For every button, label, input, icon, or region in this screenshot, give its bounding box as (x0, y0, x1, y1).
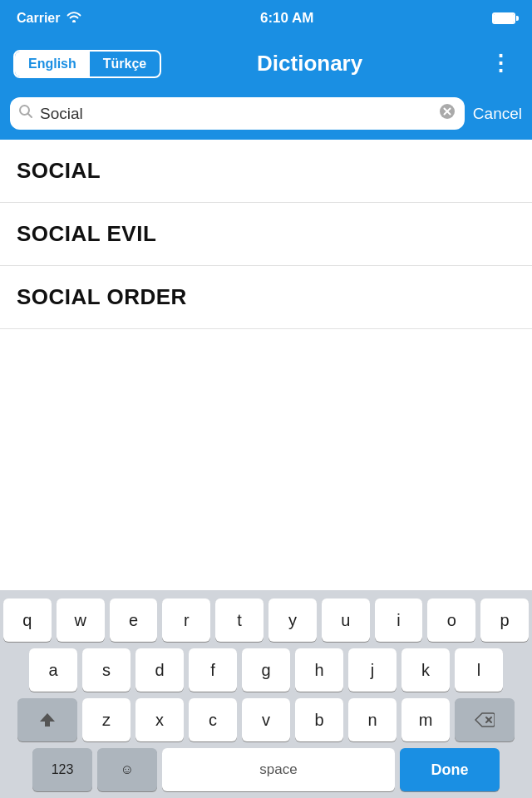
key-y[interactable]: y (268, 598, 317, 642)
key-e[interactable]: e (110, 598, 158, 642)
svg-line-1 (28, 114, 32, 118)
key-h[interactable]: h (295, 648, 343, 692)
backspace-key[interactable] (455, 698, 515, 741)
status-bar: Carrier 6:10 AM (0, 0, 532, 37)
key-p[interactable]: p (480, 598, 529, 642)
key-u[interactable]: u (322, 598, 370, 642)
key-d[interactable]: d (135, 648, 184, 692)
carrier-label: Carrier (17, 11, 60, 26)
search-input-wrap (10, 97, 465, 130)
key-l[interactable]: l (455, 648, 503, 692)
search-icon (18, 104, 33, 123)
lang-english-button[interactable]: English (15, 52, 90, 76)
result-item[interactable]: SOCIAL (0, 140, 532, 203)
done-key[interactable]: Done (400, 748, 500, 791)
key-b[interactable]: b (295, 698, 343, 741)
search-input[interactable] (40, 105, 431, 123)
key-t[interactable]: t (215, 598, 264, 642)
result-item[interactable]: SOCIAL ORDER (0, 266, 532, 329)
cancel-button[interactable]: Cancel (473, 105, 522, 123)
key-f[interactable]: f (189, 648, 237, 692)
more-button[interactable]: ⋮ (483, 47, 519, 80)
keyboard-row-2: a s d f g h j k l (3, 648, 529, 692)
result-item[interactable]: SOCIAL EVIL (0, 203, 532, 266)
key-a[interactable]: a (29, 648, 77, 692)
key-i[interactable]: i (375, 598, 423, 642)
key-v[interactable]: v (242, 698, 290, 741)
nav-title: Dictionary (146, 51, 473, 76)
num-key[interactable]: 123 (32, 748, 92, 791)
key-g[interactable]: g (242, 648, 290, 692)
keyboard: q w e r t y u i o p a s d f g h j k l z … (0, 590, 532, 798)
nav-bar: English Türkçe Dictionary ⋮ (0, 37, 532, 91)
battery-area (492, 12, 515, 24)
key-s[interactable]: s (82, 648, 131, 692)
key-j[interactable]: j (348, 648, 397, 692)
space-key[interactable]: space (162, 748, 395, 791)
search-bar: Cancel (0, 91, 532, 140)
key-o[interactable]: o (427, 598, 475, 642)
key-k[interactable]: k (401, 648, 450, 692)
key-w[interactable]: w (57, 598, 105, 642)
key-x[interactable]: x (135, 698, 184, 741)
language-toggle[interactable]: English Türkçe (13, 50, 161, 78)
key-m[interactable]: m (401, 698, 450, 741)
key-c[interactable]: c (189, 698, 237, 741)
key-r[interactable]: r (162, 598, 210, 642)
emoji-key[interactable]: ☺ (97, 748, 157, 791)
clear-button[interactable] (438, 104, 456, 123)
keyboard-row-3: z x c v b n m (3, 698, 529, 741)
battery-icon (492, 12, 515, 24)
key-z[interactable]: z (82, 698, 131, 741)
results-list: SOCIAL SOCIAL EVIL SOCIAL ORDER (0, 140, 532, 329)
wifi-icon (66, 11, 81, 26)
key-q[interactable]: q (3, 598, 52, 642)
shift-key[interactable] (17, 698, 77, 741)
keyboard-bottom-row: 123 ☺ space Done (3, 748, 529, 791)
status-time: 6:10 AM (260, 10, 314, 27)
keyboard-row-1: q w e r t y u i o p (3, 598, 529, 642)
key-n[interactable]: n (348, 698, 397, 741)
carrier-info: Carrier (17, 11, 81, 26)
